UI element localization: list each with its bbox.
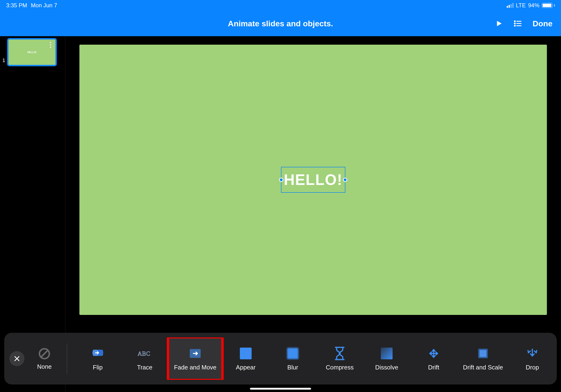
svg-line-9 xyxy=(41,350,48,357)
compress-icon xyxy=(333,346,347,360)
slide-canvas[interactable]: HELLO! xyxy=(79,45,547,315)
build-drift-and-scale[interactable]: Drift and Scale xyxy=(457,338,509,380)
build-label: Dissolve xyxy=(375,364,398,371)
build-effects-scroll[interactable]: Flip ABC Trace Fade and Move Appear xyxy=(74,338,552,380)
build-label: Trace xyxy=(137,364,152,371)
resize-handle-left[interactable] xyxy=(279,178,283,182)
drift-and-scale-icon xyxy=(476,346,490,360)
signal-strength-icon xyxy=(507,3,514,8)
svg-point-0 xyxy=(514,21,515,22)
drop-icon xyxy=(525,346,539,360)
battery-icon xyxy=(542,3,555,8)
thumbnail-text: HELLO! xyxy=(27,51,37,54)
build-compress[interactable]: Compress xyxy=(316,338,363,380)
build-effects-panel: None Flip ABC Trace Fade and Move xyxy=(4,333,557,384)
close-icon xyxy=(13,355,21,362)
svg-rect-16 xyxy=(479,350,486,357)
status-right-cluster: LTE 94% xyxy=(507,2,555,9)
svg-point-2 xyxy=(514,23,515,24)
blur-icon xyxy=(286,346,300,360)
build-drift[interactable]: Drift xyxy=(410,338,457,380)
build-dissolve[interactable]: Dissolve xyxy=(363,338,410,380)
page-title: Animate slides and objects. xyxy=(228,19,333,28)
done-button[interactable]: Done xyxy=(533,19,552,28)
dissolve-icon xyxy=(380,346,394,360)
panel-divider xyxy=(67,343,67,374)
play-button[interactable] xyxy=(495,20,503,28)
drift-icon xyxy=(427,346,441,360)
build-none[interactable]: None xyxy=(29,347,60,370)
build-label: Fade and Move xyxy=(174,364,216,371)
build-label: Appear xyxy=(236,364,256,371)
svg-rect-13 xyxy=(287,348,298,359)
build-label: Blur xyxy=(287,364,298,371)
svg-rect-14 xyxy=(381,348,393,359)
svg-rect-12 xyxy=(240,348,252,359)
build-flip[interactable]: Flip xyxy=(74,338,121,380)
status-battery-pct: 94% xyxy=(528,2,539,9)
build-indicator-dots xyxy=(50,42,54,48)
build-blur[interactable]: Blur xyxy=(269,338,316,380)
status-time: 3:35 PM xyxy=(6,2,27,9)
ios-status-bar: 3:35 PM Mon Jun 7 LTE 94% xyxy=(0,0,561,11)
build-trace[interactable]: ABC Trace xyxy=(121,338,168,380)
slide-thumbnail[interactable]: HELLO! xyxy=(7,38,57,66)
home-indicator[interactable] xyxy=(250,388,311,390)
selected-text-box[interactable]: HELLO! xyxy=(281,167,345,193)
build-appear[interactable]: Appear xyxy=(222,338,269,380)
none-icon xyxy=(38,347,51,360)
build-drop[interactable]: Drop xyxy=(509,338,552,380)
slide-thumbnail-row[interactable]: 1 HELLO! xyxy=(2,38,63,66)
build-label: Flip xyxy=(93,364,103,371)
status-date: Mon Jun 7 xyxy=(31,2,57,9)
fade-and-move-icon xyxy=(188,346,202,360)
svg-point-4 xyxy=(514,25,515,26)
text-box-content: HELLO! xyxy=(284,171,343,188)
slide-index: 1 xyxy=(2,57,5,64)
title-bar: Animate slides and objects. Done xyxy=(0,11,561,36)
build-label: Drift xyxy=(428,364,439,371)
status-network: LTE xyxy=(516,2,526,9)
resize-handle-right[interactable] xyxy=(343,178,347,182)
build-none-label: None xyxy=(37,363,52,370)
close-panel-button[interactable] xyxy=(9,351,24,366)
svg-text:ABC: ABC xyxy=(138,350,150,357)
build-order-button[interactable] xyxy=(513,19,522,28)
build-label: Compress xyxy=(326,364,354,371)
build-label: Drop xyxy=(526,364,539,371)
trace-icon: ABC xyxy=(138,346,152,360)
appear-icon xyxy=(239,346,253,360)
flip-icon xyxy=(91,346,105,360)
build-fade-and-move[interactable]: Fade and Move xyxy=(168,338,222,380)
build-label: Drift and Scale xyxy=(463,364,503,371)
